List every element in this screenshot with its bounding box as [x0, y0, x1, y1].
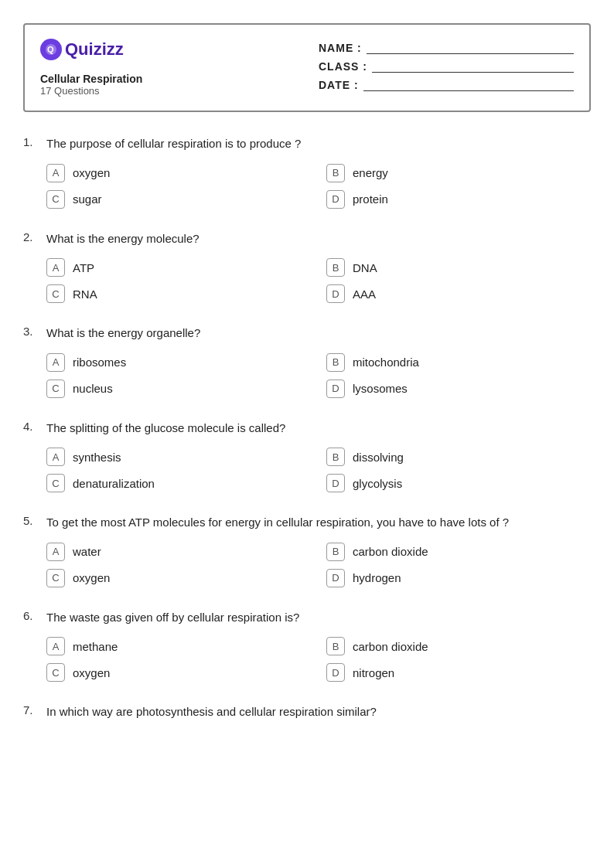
question-header-1: 1.The purpose of cellular respiration is…: [23, 135, 591, 153]
svg-text:Q: Q: [47, 45, 54, 54]
option-text-2-a: ATP: [73, 261, 94, 274]
question-text-5: To get the most ATP molecules for energy…: [46, 514, 509, 532]
option-1-d: Dprotein: [326, 190, 591, 209]
question-number-4: 4.: [23, 420, 40, 433]
option-text-2-d: AAA: [353, 288, 376, 301]
question-number-6: 6.: [23, 609, 40, 622]
option-1-c: Csugar: [46, 190, 311, 209]
options-grid-6: AmethaneBcarbon dioxideCoxygenDnitrogen: [23, 637, 591, 682]
option-badge-1-d: D: [326, 190, 345, 209]
option-badge-1-a: A: [46, 164, 65, 182]
option-text-1-d: protein: [353, 192, 388, 206]
date-field: DATE :: [319, 79, 574, 91]
question-header-2: 2.What is the energy molecule?: [23, 230, 591, 248]
option-badge-1-b: B: [326, 164, 345, 182]
option-text-6-b: carbon dioxide: [353, 640, 428, 653]
quiz-questions: 17 Questions: [40, 85, 295, 97]
option-text-6-d: nitrogen: [353, 666, 394, 679]
question-number-7: 7.: [23, 703, 40, 717]
question-text-4: The splitting of the glucose molecule is…: [46, 420, 285, 437]
option-badge-5-a: A: [46, 543, 65, 561]
quiz-title: Cellular Respiration: [40, 73, 295, 85]
option-3-b: Bmitochondria: [326, 353, 591, 372]
option-2-a: AATP: [46, 258, 311, 277]
option-4-c: Cdenaturalization: [46, 474, 311, 492]
option-6-b: Bcarbon dioxide: [326, 637, 591, 655]
option-badge-4-b: B: [326, 448, 345, 466]
class-label: CLASS :: [319, 60, 367, 73]
option-badge-5-d: D: [326, 569, 345, 587]
option-5-d: Dhydrogen: [326, 569, 591, 587]
option-badge-4-a: A: [46, 448, 65, 466]
option-4-b: Bdissolving: [326, 448, 591, 466]
option-4-d: Dglycolysis: [326, 474, 591, 492]
option-badge-6-a: A: [46, 637, 65, 655]
option-text-2-c: RNA: [73, 288, 97, 301]
question-text-7: In which way are photosynthesis and cell…: [46, 703, 377, 721]
option-text-2-b: DNA: [353, 261, 377, 274]
option-text-4-b: dissolving: [353, 451, 404, 464]
option-2-d: DAAA: [326, 284, 591, 303]
option-1-a: Aoxygen: [46, 164, 311, 182]
question-5: 5.To get the most ATP molecules for ener…: [23, 514, 591, 587]
option-badge-4-c: C: [46, 474, 65, 492]
question-text-2: What is the energy molecule?: [46, 230, 200, 248]
question-text-1: The purpose of cellular respiration is t…: [46, 135, 301, 153]
option-text-6-c: oxygen: [73, 666, 110, 679]
option-text-5-c: oxygen: [73, 571, 110, 584]
header-fields: NAME : CLASS : DATE :: [295, 39, 574, 91]
class-line: [372, 60, 574, 73]
option-3-d: Dlysosomes: [326, 380, 591, 398]
options-grid-5: AwaterBcarbon dioxideCoxygenDhydrogen: [23, 543, 591, 587]
question-2: 2.What is the energy molecule?AATPBDNACR…: [23, 230, 591, 304]
option-4-a: Asynthesis: [46, 448, 311, 466]
question-number-2: 2.: [23, 230, 40, 243]
option-badge-5-c: C: [46, 569, 65, 587]
option-text-3-b: mitochondria: [353, 356, 419, 369]
option-text-4-c: denaturalization: [73, 477, 155, 490]
option-badge-2-b: B: [326, 258, 345, 277]
option-text-4-a: synthesis: [73, 451, 121, 464]
option-3-c: Cnucleus: [46, 380, 311, 398]
option-6-c: Coxygen: [46, 663, 311, 682]
quizizz-icon: Q: [40, 39, 62, 60]
option-text-6-a: methane: [73, 640, 118, 653]
question-header-3: 3.What is the energy organelle?: [23, 325, 591, 342]
option-text-5-b: carbon dioxide: [353, 545, 428, 558]
option-badge-3-d: D: [326, 380, 345, 398]
option-5-b: Bcarbon dioxide: [326, 543, 591, 561]
option-badge-2-c: C: [46, 284, 65, 303]
option-text-3-d: lysosomes: [353, 382, 408, 395]
question-text-3: What is the energy organelle?: [46, 325, 200, 342]
option-badge-2-d: D: [326, 284, 345, 303]
option-2-c: CRNA: [46, 284, 311, 303]
option-badge-3-c: C: [46, 380, 65, 398]
option-text-3-a: ribosomes: [73, 356, 126, 369]
date-line: [363, 79, 574, 91]
options-grid-2: AATPBDNACRNADAAA: [23, 258, 591, 303]
option-6-a: Amethane: [46, 637, 311, 655]
option-2-b: BDNA: [326, 258, 591, 277]
class-field: CLASS :: [319, 60, 574, 73]
option-badge-4-d: D: [326, 474, 345, 492]
question-header-7: 7.In which way are photosynthesis and ce…: [23, 703, 591, 721]
option-badge-3-a: A: [46, 353, 65, 372]
question-text-6: The waste gas given off by cellular resp…: [46, 609, 299, 627]
option-text-1-b: energy: [353, 166, 388, 179]
logo: Q Quizizz: [40, 39, 295, 60]
question-number-5: 5.: [23, 514, 40, 527]
option-5-c: Coxygen: [46, 569, 311, 587]
option-badge-1-c: C: [46, 190, 65, 209]
option-text-4-d: glycolysis: [353, 477, 402, 490]
option-text-5-a: water: [73, 545, 101, 558]
options-grid-4: AsynthesisBdissolvingCdenaturalizationDg…: [23, 448, 591, 492]
options-grid-3: AribosomesBmitochondriaCnucleusDlysosome…: [23, 353, 591, 398]
option-3-a: Aribosomes: [46, 353, 311, 372]
question-header-6: 6.The waste gas given off by cellular re…: [23, 609, 591, 627]
option-text-5-d: hydrogen: [353, 571, 401, 584]
option-badge-6-b: B: [326, 637, 345, 655]
option-text-1-a: oxygen: [73, 166, 110, 179]
option-5-a: Awater: [46, 543, 311, 561]
option-text-3-c: nucleus: [73, 382, 113, 395]
name-label: NAME :: [319, 42, 362, 54]
